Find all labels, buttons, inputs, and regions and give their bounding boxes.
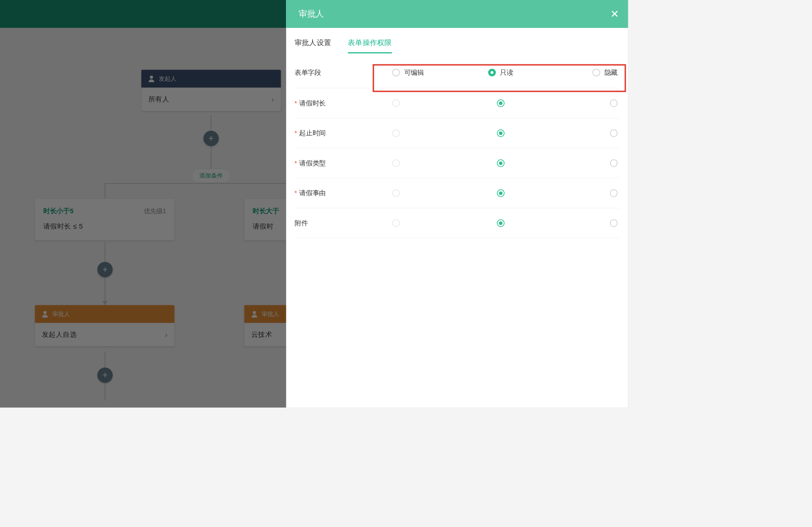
radio-icon[interactable] [610,159,618,167]
radio-icon[interactable] [497,219,504,227]
perm-cell-read[interactable] [461,129,540,137]
field-label: *请假时长 [295,99,382,108]
radio-icon[interactable] [392,69,400,76]
required-indicator: * [295,159,297,167]
col-header-hide[interactable]: 隐藏 [540,68,620,77]
permission-header-row: 表单字段 可编辑 只读 隐藏 [295,57,620,88]
radio-icon[interactable] [392,159,400,167]
required-indicator: * [295,129,297,137]
perm-cell-edit[interactable] [382,99,461,107]
drawer-title: 审批人 [299,9,324,20]
radio-icon[interactable] [610,99,618,107]
perm-cell-read[interactable] [461,99,540,107]
tab-approver-settings[interactable]: 审批人设置 [295,38,331,54]
perm-cell-edit[interactable] [382,129,461,137]
field-name-text: 请假事由 [299,188,326,197]
field-label: *请假类型 [295,159,382,168]
radio-icon[interactable] [497,159,504,167]
field-name-text: 附件 [295,219,308,228]
radio-icon[interactable] [610,129,618,137]
tab-form-permissions[interactable]: 表单操作权限 [348,38,392,54]
radio-icon[interactable] [592,69,600,76]
drawer-tabs: 审批人设置 表单操作权限 [286,28,628,53]
permission-row: *请假类型 [295,148,620,179]
radio-icon[interactable] [610,189,618,197]
perm-cell-hide[interactable] [540,189,620,197]
col-hide-label: 隐藏 [604,68,618,77]
field-name-text: 起止时间 [299,128,326,137]
approver-drawer: 审批人 ✕ 审批人设置 表单操作权限 表单字段 可编辑 只读 隐藏 *请假时长*… [286,0,628,408]
perm-cell-hide[interactable] [540,129,620,137]
radio-icon[interactable] [392,99,400,107]
perm-cell-hide[interactable] [540,219,620,227]
perm-cell-edit[interactable] [382,159,461,167]
tab-label: 审批人设置 [295,38,331,46]
perm-cell-edit[interactable] [382,219,461,227]
radio-icon[interactable] [392,189,400,197]
perm-cell-hide[interactable] [540,159,620,167]
col-header-edit[interactable]: 可编辑 [382,68,461,77]
permission-row: 附件 [295,208,620,238]
col-read-label: 只读 [500,68,513,77]
permission-row: *请假事由 [295,178,620,208]
col-edit-label: 可编辑 [404,68,424,77]
perm-cell-hide[interactable] [540,99,620,107]
required-indicator: * [295,189,297,197]
field-label: 附件 [295,219,382,228]
permission-row: *起止时间 [295,118,620,148]
required-indicator: * [295,99,297,107]
radio-icon[interactable] [488,69,496,76]
field-name-text: 请假时长 [299,99,326,108]
col-label-header: 表单字段 [295,68,382,77]
radio-icon[interactable] [497,129,504,137]
drawer-header: 审批人 ✕ [286,0,628,28]
perm-cell-read[interactable] [461,189,540,197]
col-header-read[interactable]: 只读 [461,68,540,77]
perm-cell-read[interactable] [461,159,540,167]
permission-table: 表单字段 可编辑 只读 隐藏 *请假时长*起止时间*请假类型*请假事由附件 [286,53,628,238]
field-label: *请假事由 [295,188,382,197]
radio-icon[interactable] [610,219,618,227]
tab-label: 表单操作权限 [348,38,392,46]
field-name-text: 请假类型 [299,159,326,168]
radio-icon[interactable] [392,129,400,137]
field-label: *起止时间 [295,128,382,137]
permission-row: *请假时长 [295,88,620,119]
radio-icon[interactable] [497,189,504,197]
radio-icon[interactable] [392,219,400,227]
radio-icon[interactable] [497,99,504,107]
perm-cell-edit[interactable] [382,189,461,197]
perm-cell-read[interactable] [461,219,540,227]
close-icon[interactable]: ✕ [610,8,619,20]
